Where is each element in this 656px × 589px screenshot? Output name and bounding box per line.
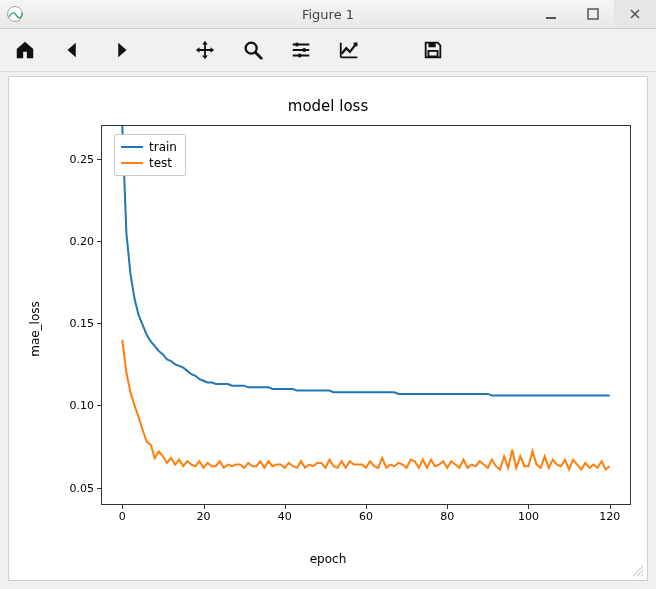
y-axis-label: mae_loss <box>27 77 43 580</box>
y-tick: 0.15 <box>70 317 103 330</box>
svg-rect-5 <box>303 48 306 52</box>
app-icon <box>6 5 24 23</box>
toolbar <box>0 29 656 72</box>
legend-label-test: test <box>149 155 172 171</box>
x-tick: 20 <box>197 504 211 523</box>
pan-button[interactable] <box>190 35 220 65</box>
legend-label-train: train <box>149 139 177 155</box>
y-tick: 0.10 <box>70 399 103 412</box>
y-tick: 0.25 <box>70 152 103 165</box>
forward-button[interactable] <box>106 35 136 65</box>
subplots-button[interactable] <box>286 35 316 65</box>
minimize-button[interactable] <box>530 0 572 28</box>
x-tick: 0 <box>119 504 126 523</box>
window-buttons <box>530 0 656 28</box>
edit-axes-button[interactable] <box>334 35 364 65</box>
y-tick: 0.20 <box>70 235 103 248</box>
svg-rect-7 <box>428 43 435 48</box>
plot-lines <box>102 126 630 504</box>
x-tick: 60 <box>359 504 373 523</box>
x-tick: 120 <box>599 504 620 523</box>
zoom-button[interactable] <box>238 35 268 65</box>
legend-swatch-train <box>121 146 143 148</box>
home-button[interactable] <box>10 35 40 65</box>
back-button[interactable] <box>58 35 88 65</box>
figure-window: Figure 1 model loss mae_loss epoch train… <box>0 0 656 589</box>
svg-rect-1 <box>546 17 556 19</box>
legend: train test <box>114 134 186 176</box>
x-tick: 40 <box>278 504 292 523</box>
chart-title: model loss <box>9 97 647 115</box>
close-button[interactable] <box>614 0 656 28</box>
legend-swatch-test <box>121 162 143 164</box>
plot-canvas[interactable]: model loss mae_loss epoch train test 020… <box>8 76 648 581</box>
x-axis-label: epoch <box>9 552 647 566</box>
window-title: Figure 1 <box>302 7 354 22</box>
y-tick: 0.05 <box>70 481 103 494</box>
x-tick: 80 <box>440 504 454 523</box>
x-tick: 100 <box>518 504 539 523</box>
axes-area: train test 0204060801001200.050.100.150.… <box>101 125 631 505</box>
svg-rect-4 <box>296 43 299 47</box>
resize-grip-icon[interactable] <box>631 564 645 578</box>
save-button[interactable] <box>418 35 448 65</box>
maximize-button[interactable] <box>572 0 614 28</box>
titlebar: Figure 1 <box>0 0 656 29</box>
svg-rect-8 <box>428 51 437 56</box>
svg-rect-2 <box>588 9 598 19</box>
svg-rect-6 <box>298 54 301 58</box>
